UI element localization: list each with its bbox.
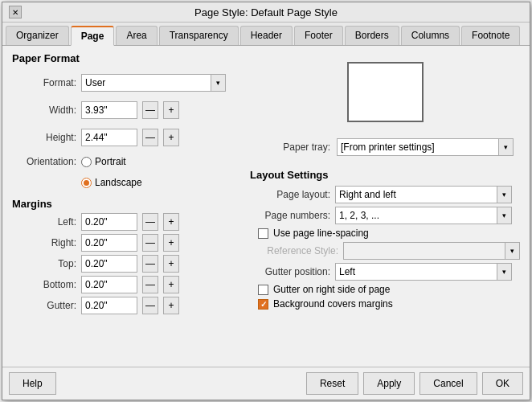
- paper-tray-value: [From printer settings]: [338, 142, 498, 153]
- portrait-radio[interactable]: [81, 157, 92, 167]
- footer-buttons: Help Reset Apply Cancel OK: [2, 367, 530, 400]
- left-increment[interactable]: +: [163, 213, 179, 231]
- paper-format-title: Paper Format: [12, 52, 237, 64]
- paper-tray-row: Paper tray: [From printer settings] ▾: [250, 138, 520, 156]
- bottom-increment[interactable]: +: [163, 276, 179, 293]
- gutter-position-value: Left: [336, 266, 497, 277]
- use-line-spacing-row: Use page line-spacing: [258, 228, 520, 239]
- width-label: Width:: [12, 105, 76, 116]
- reference-style-label: Reference Style:: [258, 245, 338, 256]
- tab-page[interactable]: Page: [71, 26, 115, 46]
- gutter-position-row: Gutter position: Left ▾: [250, 263, 520, 281]
- right-decrement[interactable]: —: [142, 234, 158, 252]
- width-increment[interactable]: +: [163, 101, 179, 119]
- close-button[interactable]: ✕: [9, 6, 22, 18]
- left-input[interactable]: [81, 213, 137, 231]
- portrait-option[interactable]: Portrait: [81, 156, 126, 167]
- portrait-label: Portrait: [95, 156, 126, 167]
- width-row: Width: — +: [12, 101, 237, 119]
- landscape-radio[interactable]: [81, 178, 92, 188]
- tab-footer[interactable]: Footer: [294, 26, 343, 45]
- tab-footnote[interactable]: Footnote: [461, 26, 520, 45]
- right-input[interactable]: [81, 234, 137, 252]
- tab-transparency[interactable]: Transparency: [159, 26, 239, 45]
- use-line-spacing-checkbox[interactable]: [258, 228, 268, 239]
- format-label: Format:: [12, 77, 76, 88]
- gutter-position-dropdown[interactable]: Left ▾: [335, 263, 512, 281]
- gutter-label: Gutter:: [12, 300, 76, 311]
- tab-borders[interactable]: Borders: [345, 26, 399, 45]
- dialog-title: Page Style: Default Page Style: [22, 6, 510, 18]
- width-decrement[interactable]: —: [142, 101, 158, 119]
- bottom-label: Bottom:: [12, 279, 76, 290]
- page-numbers-dropdown[interactable]: 1, 2, 3, ... ▾: [335, 207, 512, 224]
- bottom-decrement[interactable]: —: [142, 276, 158, 293]
- right-panel: Paper tray: [From printer settings] ▾ La…: [250, 52, 520, 360]
- format-dropdown[interactable]: User ▾: [81, 74, 226, 92]
- height-input[interactable]: [81, 129, 137, 146]
- gutter-position-label: Gutter position:: [250, 266, 330, 277]
- main-area: Paper Format Format: User ▾ Width: — +: [12, 52, 520, 360]
- top-increment[interactable]: +: [163, 255, 179, 273]
- page-numbers-value: 1, 2, 3, ...: [336, 210, 497, 221]
- landscape-row: Landscape: [81, 177, 237, 188]
- left-panel: Paper Format Format: User ▾ Width: — +: [12, 52, 237, 360]
- gutter-right-label: Gutter on right side of page: [273, 284, 390, 295]
- orientation-row: Orientation: Portrait: [12, 156, 237, 167]
- format-dropdown-arrow: ▾: [211, 75, 225, 91]
- gutter-increment[interactable]: +: [163, 297, 179, 314]
- gutter-right-row: Gutter on right side of page: [258, 284, 520, 295]
- format-value: User: [82, 77, 211, 88]
- right-increment[interactable]: +: [163, 234, 179, 252]
- gutter-input[interactable]: [81, 297, 137, 314]
- top-input[interactable]: [81, 255, 137, 273]
- background-covers-checkbox[interactable]: [258, 299, 268, 310]
- gutter-right-checkbox[interactable]: [258, 285, 268, 295]
- title-bar: ✕ Page Style: Default Page Style: [2, 2, 530, 23]
- right-label: Right:: [12, 237, 76, 248]
- layout-settings-section: Layout Settings Page layout: Right and l…: [250, 169, 520, 310]
- left-label: Left:: [12, 216, 76, 228]
- top-decrement[interactable]: —: [142, 255, 158, 273]
- gutter-decrement[interactable]: —: [142, 297, 158, 314]
- height-decrement[interactable]: —: [142, 129, 158, 146]
- ok-button[interactable]: OK: [482, 372, 523, 395]
- page-numbers-arrow: ▾: [497, 207, 511, 224]
- help-button[interactable]: Help: [9, 372, 56, 395]
- orientation-label: Orientation:: [12, 156, 76, 167]
- background-covers-label: Background covers margins: [273, 298, 393, 310]
- cancel-button[interactable]: Cancel: [419, 372, 477, 395]
- apply-button[interactable]: Apply: [363, 372, 415, 395]
- height-increment[interactable]: +: [163, 129, 179, 146]
- gutter-position-arrow: ▾: [497, 264, 511, 280]
- tab-columns[interactable]: Columns: [401, 26, 460, 45]
- gutter-margin-row: Gutter: — +: [12, 297, 237, 314]
- top-label: Top:: [12, 258, 76, 269]
- tab-organizer[interactable]: Organizer: [6, 26, 69, 45]
- page-numbers-label: Page numbers:: [250, 210, 330, 221]
- use-line-spacing-label: Use page line-spacing: [273, 228, 369, 239]
- paper-tray-label: Paper tray:: [250, 142, 330, 153]
- right-buttons: Reset Apply Cancel OK: [306, 372, 523, 395]
- landscape-label: Landscape: [95, 177, 142, 188]
- reference-style-arrow: ▾: [505, 243, 519, 259]
- background-covers-row: Background covers margins: [258, 298, 520, 310]
- landscape-option[interactable]: Landscape: [81, 177, 142, 188]
- page-layout-value: Right and left: [336, 189, 497, 200]
- tab-content: Paper Format Format: User ▾ Width: — +: [2, 46, 530, 367]
- width-input[interactable]: [81, 101, 137, 119]
- margins-title: Margins: [12, 198, 237, 210]
- tab-area[interactable]: Area: [116, 26, 157, 45]
- paper-tray-arrow: ▾: [498, 139, 513, 155]
- reference-style-row: Reference Style: ▾: [258, 242, 520, 260]
- paper-tray-dropdown[interactable]: [From printer settings] ▾: [337, 138, 514, 156]
- landscape-radio-dot: [84, 180, 89, 186]
- page-layout-dropdown[interactable]: Right and left ▾: [335, 186, 512, 203]
- layout-settings-title: Layout Settings: [250, 169, 520, 181]
- bottom-input[interactable]: [81, 276, 137, 293]
- page-layout-arrow: ▾: [497, 187, 511, 203]
- page-numbers-row: Page numbers: 1, 2, 3, ... ▾: [250, 207, 520, 224]
- left-decrement[interactable]: —: [142, 213, 158, 231]
- tab-header[interactable]: Header: [240, 26, 293, 45]
- reset-button[interactable]: Reset: [306, 372, 358, 395]
